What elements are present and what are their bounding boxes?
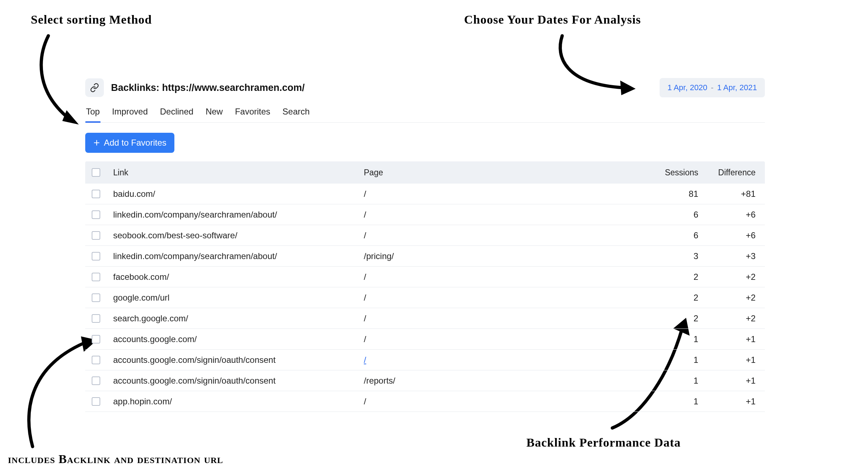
- backlink-url[interactable]: seobook.com/best-seo-software/: [113, 230, 364, 240]
- row-checkbox[interactable]: [92, 210, 100, 219]
- backlink-url[interactable]: facebook.com/: [113, 272, 364, 282]
- table-row: accounts.google.com/signin/oauth/consent…: [85, 370, 765, 391]
- difference-value: +1: [701, 334, 758, 344]
- column-sessions[interactable]: Sessions: [644, 168, 701, 177]
- backlink-url[interactable]: baidu.com/: [113, 189, 364, 199]
- difference-value: +1: [701, 355, 758, 365]
- difference-value: +2: [701, 272, 758, 282]
- destination-page: /: [364, 293, 644, 303]
- svg-marker-0: [62, 110, 79, 125]
- destination-page[interactable]: /: [364, 355, 644, 365]
- destination-page: /: [364, 313, 644, 323]
- sessions-value: 81: [644, 189, 701, 199]
- difference-value: +2: [701, 293, 758, 303]
- row-checkbox[interactable]: [92, 314, 100, 323]
- table-body: baidu.com//81+81linkedin.com/company/sea…: [85, 184, 765, 412]
- row-checkbox[interactable]: [92, 397, 100, 406]
- backlink-url[interactable]: search.google.com/: [113, 313, 364, 323]
- annotation-sorting-method: Select sorting Method: [31, 13, 152, 26]
- panel-header-row: Backlinks: https://www.searchramen.com/ …: [85, 78, 765, 107]
- difference-value: +1: [701, 376, 758, 386]
- backlinks-panel: Backlinks: https://www.searchramen.com/ …: [85, 78, 765, 412]
- date-dash: -: [711, 83, 713, 92]
- table-row: google.com/url/2+2: [85, 287, 765, 308]
- destination-page: /: [364, 396, 644, 407]
- destination-page: /: [364, 189, 644, 199]
- sessions-value: 6: [644, 230, 701, 240]
- table-header-row: Link Page Sessions Difference: [85, 161, 765, 184]
- destination-page: /pricing/: [364, 251, 644, 261]
- destination-page: /: [364, 230, 644, 240]
- column-page[interactable]: Page: [364, 168, 644, 177]
- column-difference[interactable]: Difference: [701, 168, 758, 177]
- sessions-value: 1: [644, 355, 701, 365]
- date-range-picker[interactable]: 1 Apr, 2020 - 1 Apr, 2021: [660, 78, 765, 97]
- table-row: accounts.google.com//1+1: [85, 329, 765, 350]
- table-row: accounts.google.com/signin/oauth/consent…: [85, 350, 765, 370]
- row-checkbox[interactable]: [92, 190, 100, 198]
- tab-improved[interactable]: Improved: [111, 107, 149, 122]
- difference-value: +6: [701, 210, 758, 220]
- backlink-url[interactable]: google.com/url: [113, 293, 364, 303]
- backlink-url[interactable]: accounts.google.com/signin/oauth/consent: [113, 355, 364, 365]
- backlinks-table: Link Page Sessions Difference baidu.com/…: [85, 161, 765, 412]
- tabs-row: TopImprovedDeclinedNewFavoritesSearch: [85, 107, 765, 123]
- table-row: linkedin.com/company/searchramen/about//…: [85, 246, 765, 267]
- row-checkbox[interactable]: [92, 273, 100, 281]
- plus-icon: [93, 139, 100, 146]
- tab-declined[interactable]: Declined: [159, 107, 194, 122]
- sessions-value: 1: [644, 376, 701, 386]
- row-checkbox[interactable]: [92, 293, 100, 302]
- date-to: 1 Apr, 2021: [717, 83, 757, 92]
- destination-page: /: [364, 210, 644, 220]
- row-checkbox[interactable]: [92, 376, 100, 385]
- backlink-url[interactable]: linkedin.com/company/searchramen/about/: [113, 251, 364, 261]
- annotation-backlink-url: includes Backlink and destination url: [8, 452, 223, 466]
- sessions-value: 1: [644, 334, 701, 344]
- table-row: facebook.com//2+2: [85, 267, 765, 287]
- difference-value: +1: [701, 396, 758, 407]
- row-checkbox[interactable]: [92, 231, 100, 240]
- table-row: search.google.com//2+2: [85, 308, 765, 329]
- backlink-url[interactable]: accounts.google.com/: [113, 334, 364, 344]
- page-title: Backlinks: https://www.searchramen.com/: [111, 82, 305, 93]
- tab-new[interactable]: New: [205, 107, 223, 122]
- destination-page: /: [364, 272, 644, 282]
- tab-top[interactable]: Top: [85, 107, 101, 122]
- tab-search[interactable]: Search: [282, 107, 310, 122]
- date-from: 1 Apr, 2020: [667, 83, 707, 92]
- difference-value: +2: [701, 313, 758, 323]
- add-to-favorites-button[interactable]: Add to Favorites: [85, 133, 174, 153]
- table-row: linkedin.com/company/searchramen/about//…: [85, 204, 765, 225]
- difference-value: +3: [701, 251, 758, 261]
- backlink-url[interactable]: app.hopin.com/: [113, 396, 364, 407]
- difference-value: +81: [701, 189, 758, 199]
- table-row: baidu.com//81+81: [85, 184, 765, 204]
- annotation-choose-dates: Choose Your Dates For Analysis: [464, 13, 641, 26]
- tab-favorites[interactable]: Favorites: [234, 107, 271, 122]
- backlink-url[interactable]: linkedin.com/company/searchramen/about/: [113, 210, 364, 220]
- sessions-value: 1: [644, 396, 701, 407]
- column-link[interactable]: Link: [113, 168, 364, 177]
- sessions-value: 6: [644, 210, 701, 220]
- destination-page: /reports/: [364, 376, 644, 386]
- sessions-value: 2: [644, 313, 701, 323]
- difference-value: +6: [701, 230, 758, 240]
- backlink-url[interactable]: accounts.google.com/signin/oauth/consent: [113, 376, 364, 386]
- annotation-performance: Backlink Performance Data: [526, 436, 681, 449]
- select-all-checkbox[interactable]: [92, 168, 100, 177]
- add-to-favorites-label: Add to Favorites: [104, 138, 167, 148]
- link-icon: [85, 78, 104, 97]
- sessions-value: 2: [644, 293, 701, 303]
- destination-page: /: [364, 334, 644, 344]
- row-checkbox[interactable]: [92, 356, 100, 364]
- row-checkbox[interactable]: [92, 252, 100, 261]
- table-row: seobook.com/best-seo-software//6+6: [85, 225, 765, 246]
- sessions-value: 3: [644, 251, 701, 261]
- title-group: Backlinks: https://www.searchramen.com/: [85, 78, 305, 97]
- row-checkbox[interactable]: [92, 335, 100, 344]
- sessions-value: 2: [644, 272, 701, 282]
- table-row: app.hopin.com//1+1: [85, 391, 765, 412]
